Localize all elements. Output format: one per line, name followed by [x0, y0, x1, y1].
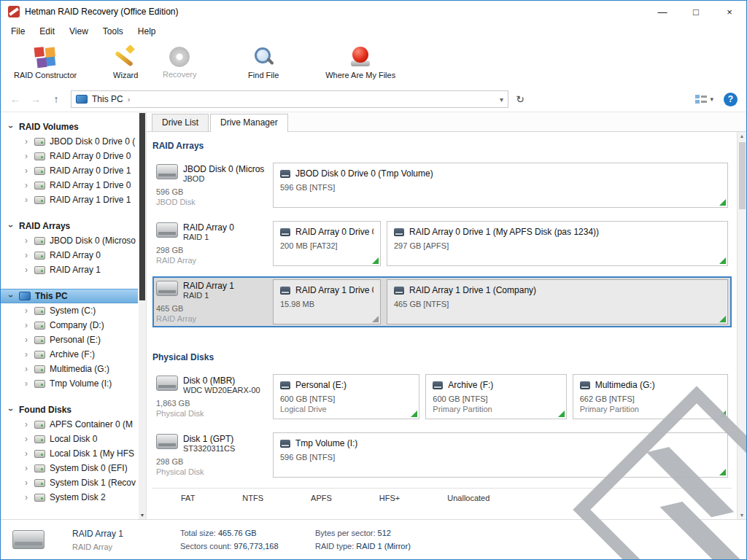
maximize-button[interactable]: □	[679, 1, 713, 23]
help-button[interactable]: ?	[724, 93, 738, 106]
sidebar-item[interactable]: › Archive (F:)	[1, 347, 138, 362]
main-scrollbar[interactable]: ▲ ▼	[737, 132, 746, 519]
sidebar-item[interactable]: › RAID Array 0 Drive 1	[1, 163, 138, 178]
menu-file[interactable]: File	[4, 23, 32, 39]
scroll-down-icon[interactable]: ▼	[139, 513, 146, 518]
refresh-icon[interactable]: ↻	[511, 90, 529, 108]
partition[interactable]: Multimedia (G:) 662 GB [NTFS] Primary Pa…	[573, 374, 728, 419]
chevron-right-icon[interactable]: ›	[23, 365, 30, 373]
menu-tools[interactable]: Tools	[96, 23, 131, 39]
chevron-right-icon[interactable]: ›	[23, 464, 30, 472]
chevron-right-icon[interactable]: ›	[23, 380, 30, 387]
chevron-down-icon[interactable]: ›	[7, 406, 15, 413]
partition[interactable]: Archive (F:) 600 GB [NTFS] Primary Parti…	[425, 374, 566, 419]
sidebar-item[interactable]: › JBOD Disk 0 Drive 0 (	[1, 134, 138, 149]
menu-view[interactable]: View	[62, 23, 96, 39]
chevron-right-icon[interactable]: ›	[23, 322, 30, 329]
fs-corner-icon	[719, 411, 726, 417]
chevron-right-icon[interactable]: ›	[23, 237, 30, 244]
partition[interactable]: Personal (E:) 600 GB [NTFS] Logical Driv…	[273, 374, 419, 419]
sidebar-item[interactable]: › Local Disk 0	[1, 432, 138, 446]
sidebar-item[interactable]: › RAID Array 1	[1, 262, 138, 277]
chevron-right-icon[interactable]: ›	[23, 167, 30, 174]
sidebar-group-found-disks[interactable]: › Found Disks	[1, 402, 138, 417]
breadcrumb-location[interactable]: This PC	[92, 94, 123, 104]
tab-drive-manager[interactable]: Drive Manager	[210, 114, 288, 132]
breadcrumb[interactable]: This PC › ▾	[71, 90, 508, 108]
chevron-right-icon[interactable]: ›	[128, 95, 131, 104]
find-file-button[interactable]: Find File	[238, 43, 289, 82]
view-dropdown-icon[interactable]: ▾	[710, 96, 713, 103]
chevron-right-icon[interactable]: ›	[23, 336, 30, 343]
chevron-right-icon[interactable]: ›	[23, 196, 30, 203]
sidebar-scrollbar-thumb[interactable]	[139, 113, 145, 300]
sidebar-item[interactable]: › Multimedia (G:)	[1, 362, 138, 376]
sidebar-item[interactable]: › APFS Container 0 (M	[1, 417, 138, 432]
breadcrumb-dropdown-icon[interactable]: ▾	[500, 96, 503, 104]
partition[interactable]: RAID Array 0 Drive 0 (EF 200 MB [FAT32]	[273, 221, 381, 266]
raid-row-array1[interactable]: RAID Array 1 RAID 1 465 GB RAID Array RA…	[152, 276, 732, 327]
partition[interactable]: JBOD Disk 0 Drive 0 (Tmp Volume) 596 GB …	[273, 163, 728, 208]
sidebar-item-label: RAID Array 0 Drive 0	[50, 151, 131, 161]
sidebar-group-raid-volumes[interactable]: › RAID Volumes	[1, 120, 138, 134]
scroll-up-icon[interactable]: ▲	[738, 133, 746, 139]
chevron-down-icon[interactable]: ›	[7, 222, 15, 230]
chevron-right-icon[interactable]: ›	[23, 421, 30, 428]
raid-row-jbod[interactable]: JBOD Disk 0 (Micros JBOD 596 GB JBOD Dis…	[152, 160, 732, 211]
partition[interactable]: RAID Array 1 Drive 1 (Company) 465 GB [N…	[387, 279, 728, 324]
physical-row-disk0[interactable]: Disk 0 (MBR) WDC WD20EARX-00 1,863 GB Ph…	[152, 371, 732, 422]
sidebar-item[interactable]: › RAID Array 0	[1, 248, 138, 262]
sidebar-item[interactable]: › RAID Array 0 Drive 0	[1, 149, 138, 163]
chevron-right-icon[interactable]: ›	[23, 307, 30, 314]
raid-constructor-button[interactable]: RAID Constructor	[8, 43, 82, 82]
forward-icon[interactable]: →	[27, 90, 44, 108]
partition[interactable]: RAID Array 1 Drive 0 15.98 MB	[273, 279, 381, 324]
sidebar-item[interactable]: › Company (D:)	[1, 318, 138, 332]
sidebar-item[interactable]: › JBOD Disk 0 (Microso	[1, 233, 138, 248]
tab-drive-list[interactable]: Drive List	[152, 114, 209, 131]
back-icon[interactable]: ←	[7, 90, 24, 108]
minimize-button[interactable]: —	[646, 1, 679, 23]
chevron-right-icon[interactable]: ›	[23, 252, 30, 259]
sidebar-item[interactable]: › System Disk 1 (Recov	[1, 475, 138, 490]
partition-sub: Logical Drive	[280, 405, 412, 413]
sidebar-item[interactable]: › Local Disk 1 (My HFS	[1, 446, 138, 461]
sidebar-item[interactable]: › System (C:)	[1, 303, 138, 318]
where-are-my-files-button[interactable]: Where Are My Files	[320, 43, 401, 82]
close-button[interactable]: ×	[713, 1, 746, 23]
chevron-right-icon[interactable]: ›	[23, 479, 30, 486]
raid-row-array0[interactable]: RAID Array 0 RAID 1 298 GB RAID Array RA…	[152, 218, 732, 269]
wizard-button[interactable]: Wizard	[100, 43, 151, 82]
menu-edit[interactable]: Edit	[32, 23, 62, 39]
view-options-button[interactable]: ▾	[695, 94, 713, 104]
recovery-button[interactable]: Recovery	[154, 43, 205, 82]
up-icon[interactable]: ↑	[47, 90, 65, 108]
scroll-down-icon[interactable]: ▼	[738, 513, 746, 518]
unallocated-legend-icon	[435, 494, 442, 502]
chevron-right-icon[interactable]: ›	[23, 182, 30, 189]
chevron-right-icon[interactable]: ›	[23, 266, 30, 273]
partition-sub	[280, 252, 374, 260]
chevron-down-icon[interactable]: ›	[7, 123, 15, 131]
chevron-right-icon[interactable]: ›	[23, 450, 30, 457]
chevron-right-icon[interactable]: ›	[23, 152, 30, 160]
physical-row-disk1[interactable]: Disk 1 (GPT) ST3320311CS 298 GB Physical…	[152, 429, 732, 481]
sidebar-scrollbar[interactable]: ▼	[139, 112, 146, 519]
sidebar-item[interactable]: › RAID Array 1 Drive 1	[1, 192, 138, 207]
sidebar-group-this-pc[interactable]: › This PC	[1, 289, 138, 303]
chevron-right-icon[interactable]: ›	[23, 138, 30, 145]
sidebar-item[interactable]: › System Disk 0 (EFI)	[1, 461, 138, 475]
sidebar-item[interactable]: › Personal (E:)	[1, 332, 138, 347]
partition[interactable]: Tmp Volume (I:) 596 GB [NTFS]	[273, 432, 728, 478]
chevron-right-icon[interactable]: ›	[23, 435, 30, 443]
chevron-down-icon[interactable]: ›	[7, 292, 15, 300]
main-scrollbar-thumb[interactable]	[739, 142, 746, 209]
sidebar-item[interactable]: › Tmp Volume (I:)	[1, 376, 138, 391]
sidebar-item[interactable]: › System Disk 2	[1, 490, 138, 505]
sidebar-group-raid-arrays[interactable]: › RAID Arrays	[1, 219, 138, 233]
sidebar-item[interactable]: › RAID Array 1 Drive 0	[1, 178, 138, 192]
partition[interactable]: RAID Array 0 Drive 1 (My APFS Disk (pas …	[387, 221, 728, 266]
menu-help[interactable]: Help	[131, 23, 163, 39]
chevron-right-icon[interactable]: ›	[23, 351, 30, 358]
chevron-right-icon[interactable]: ›	[23, 494, 30, 501]
